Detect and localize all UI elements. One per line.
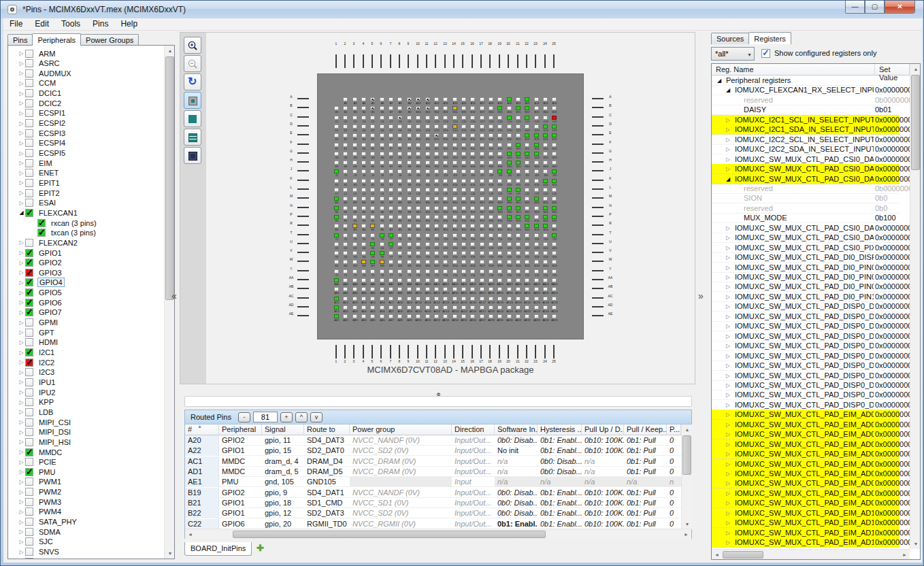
tree-item-ccm[interactable]: ▷CCM [8, 78, 162, 88]
bga-pin[interactable]: J22 [523, 169, 531, 178]
register-row[interactable]: ▷IOMUXC_SW_MUX_CTL_PAD_EIM_AD020x0000000… [712, 429, 900, 439]
bga-pin[interactable]: H13 [441, 161, 450, 169]
bga-pin[interactable]: P5 [368, 215, 377, 224]
bga-pin[interactable]: U8 [395, 242, 404, 251]
routed-pin-cell[interactable]: No init [495, 446, 538, 456]
bga-pin[interactable]: T14 [450, 233, 459, 242]
register-row[interactable]: ▷IOMUXC_I2C1_SDA_IN_SELECT_INPUT0x000000… [712, 124, 900, 135]
scroll-thumb[interactable] [682, 435, 691, 475]
bga-pin[interactable]: T25 [550, 233, 559, 242]
bga-pin[interactable]: R15 [459, 224, 468, 233]
tab-peripherals[interactable]: Peripherals [32, 33, 81, 46]
bga-pin[interactable]: H24 [541, 161, 550, 169]
tree-item-i2c2[interactable]: ▷I2C2 [8, 357, 162, 367]
expander-icon[interactable]: ▷ [18, 80, 25, 86]
bga-pin[interactable]: F23 [532, 143, 541, 152]
routed-pin-cell[interactable]: gpio, 11 [262, 435, 304, 446]
bga-pin[interactable]: AC7 [386, 297, 395, 305]
bga-pin[interactable]: G15 [459, 152, 468, 161]
routed-pin-cell[interactable]: 0b1: Enabl... [538, 498, 582, 508]
bga-pin[interactable]: AC16 [468, 297, 477, 305]
bga-pin[interactable]: V4 [359, 251, 368, 260]
collapse-bottom-panel-chevron[interactable]: » [433, 382, 444, 397]
bga-pin[interactable]: P12 [432, 215, 441, 224]
minimize-button[interactable]: — [845, 1, 865, 14]
bga-pin[interactable]: M10 [414, 197, 423, 205]
register-row[interactable]: ▷IOMUXC_SW_MUX_CTL_PAD_EIM_AD080x0000000… [712, 488, 900, 499]
bga-pin[interactable]: W24 [541, 260, 550, 269]
bga-pin[interactable]: H16 [468, 161, 477, 169]
bga-pin[interactable]: E4 [359, 133, 368, 142]
bga-pin[interactable]: A21 [514, 97, 523, 106]
peripheral-checkbox[interactable] [25, 308, 33, 316]
bga-pin[interactable]: G25 [550, 152, 559, 161]
bga-pin[interactable]: AE13 [441, 314, 450, 323]
expander-icon[interactable]: ▷ [726, 137, 730, 143]
bga-pin[interactable]: P2 [341, 215, 350, 224]
bga-pin[interactable]: AB1 [332, 287, 341, 296]
bga-pin[interactable]: H22 [523, 161, 531, 169]
bga-pin[interactable]: N25 [550, 206, 559, 215]
bga-pin[interactable]: W15 [459, 260, 468, 269]
expander-icon[interactable]: ◢ [18, 210, 25, 216]
routed-vertical-scrollbar[interactable]: ▲ ▼ [681, 424, 692, 529]
bga-pin[interactable]: L1 [332, 188, 341, 197]
bga-pin[interactable]: B21 [514, 106, 523, 115]
routed-pin-cell[interactable]: GPIO1 [219, 508, 262, 518]
routed-pin-cell[interactable]: 0b0: Disab... [495, 498, 538, 508]
bga-pin[interactable]: AE17 [478, 314, 486, 323]
bga-pin[interactable]: T9 [405, 233, 414, 242]
bga-pin[interactable]: AB9 [405, 287, 414, 296]
expander-icon[interactable]: ▷ [18, 160, 25, 166]
bga-pin[interactable]: AE25 [550, 314, 559, 323]
bga-pin[interactable]: AC2 [341, 297, 350, 305]
bga-pin[interactable]: W25 [550, 260, 559, 269]
register-row[interactable]: ▷IOMUXC_SW_MUX_CTL_PAD_DISP0_DATA020x000… [712, 321, 900, 331]
bga-pin[interactable]: M21 [514, 197, 523, 205]
bga-pin[interactable]: K23 [532, 179, 541, 188]
register-row[interactable]: ▷IOMUXC_SW_MUX_CTL_PAD_CSI0_DATA040x0000… [712, 154, 900, 165]
bga-pin[interactable]: P20 [505, 215, 514, 224]
tree-item-ecspi4[interactable]: ▷ECSPI4 [8, 138, 162, 148]
routed-pin-cell[interactable]: n/a [495, 477, 538, 487]
tree-item-ipu2[interactable]: ▷IPU2 [8, 387, 162, 397]
routed-pin-cell[interactable]: SD1_CMD [304, 498, 350, 508]
tree-item-audmux[interactable]: ▷AUDMUX [8, 68, 162, 78]
register-row[interactable]: ▷IOMUXC_SW_MUX_CTL_PAD_CSI0_DATA130x0000… [712, 233, 900, 243]
bga-pin[interactable]: G22 [523, 152, 531, 161]
bga-pin[interactable]: T22 [523, 233, 531, 242]
bga-pin[interactable]: F15 [459, 143, 468, 152]
bga-pin[interactable]: R22 [523, 224, 531, 233]
bga-pin[interactable]: L4 [359, 188, 368, 197]
expander-icon[interactable]: ▷ [18, 239, 25, 246]
bga-pin[interactable]: G2 [341, 152, 350, 161]
routed-pin-cell[interactable]: 0b1: Enabl... [538, 435, 582, 446]
expander-icon[interactable]: ▷ [726, 117, 730, 123]
bga-pin[interactable]: AE9 [405, 314, 414, 323]
bga-pin[interactable]: E16 [468, 133, 477, 142]
peripheral-checkbox[interactable] [37, 229, 46, 237]
routed-pin-cell[interactable]: 0 [667, 498, 681, 508]
register-row[interactable]: reserved0b000000000 [712, 184, 900, 194]
register-row[interactable]: ▷IOMUXC_SW_MUX_CTL_PAD_DISP0_DATA030x000… [712, 331, 900, 342]
bga-pin[interactable]: N18 [486, 206, 495, 215]
tree-item-mmdc[interactable]: ▷MMDC [8, 447, 162, 457]
bga-pin[interactable]: E18 [486, 133, 495, 142]
expander-icon[interactable]: ▷ [726, 402, 730, 408]
scroll-down-arrow[interactable]: ▼ [910, 539, 921, 549]
bga-pin[interactable]: P6 [378, 215, 386, 224]
bga-pin[interactable]: D1 [332, 124, 341, 133]
bga-pin[interactable]: AB16 [468, 287, 477, 296]
tree-item-flexcan2[interactable]: ▷FLEXCAN2 [8, 237, 162, 248]
bga-pin[interactable]: AE8 [395, 314, 404, 323]
bga-pin[interactable]: AA22 [523, 278, 531, 287]
bga-pin[interactable]: AD3 [350, 305, 359, 314]
tree-item-gpio5[interactable]: ▷GPIO5 [8, 288, 162, 298]
tree-item-arm[interactable]: ▷ARM [8, 48, 162, 59]
bga-pin[interactable]: AB5 [368, 287, 377, 296]
bga-pin[interactable]: H4 [359, 161, 368, 169]
bga-pin[interactable]: AD18 [486, 305, 495, 314]
bga-pin[interactable]: B24 [541, 106, 550, 115]
expander-icon[interactable]: ▷ [726, 539, 730, 546]
bga-pin[interactable]: V18 [486, 251, 495, 260]
